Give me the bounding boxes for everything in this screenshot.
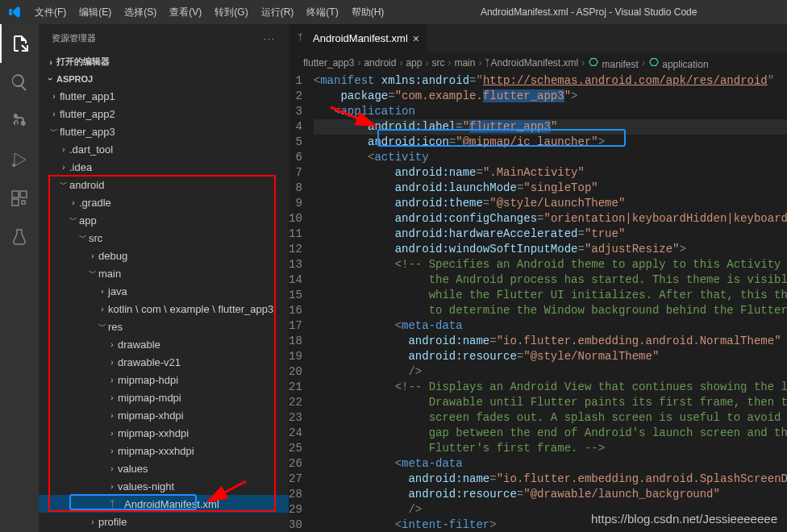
menu-item[interactable]: 文件(F): [28, 0, 73, 24]
breadcrumb-item[interactable]: manifest: [588, 56, 639, 70]
menu-item[interactable]: 转到(G): [208, 0, 254, 24]
menu-bar: 文件(F)编辑(E)选择(S)查看(V)转到(G)运行(R)终端(T)帮助(H): [28, 0, 390, 24]
breadcrumb-item[interactable]: main: [454, 57, 475, 69]
folder-item[interactable]: ›profile: [39, 513, 289, 530]
breadcrumb-item[interactable]: flutter_app3: [303, 57, 354, 69]
chevron-right-icon: ›: [87, 517, 98, 526]
testing-icon[interactable]: [0, 218, 39, 256]
breadcrumbs[interactable]: flutter_app3›android›app›src›main›ᛉ Andr…: [289, 52, 787, 73]
chevron-right-icon: ›: [448, 57, 451, 69]
menu-item[interactable]: 编辑(E): [73, 0, 118, 24]
folder-item[interactable]: ›kotlin \ com \ example \ flutter_app3: [39, 300, 289, 318]
breadcrumb-item[interactable]: android: [364, 57, 396, 69]
folder-item[interactable]: ﹀flutter_app3: [39, 123, 289, 140]
folder-item[interactable]: ›.gradle: [39, 193, 289, 211]
folder-item[interactable]: ﹀res: [39, 318, 289, 335]
menu-item[interactable]: 选择(S): [118, 0, 163, 24]
file-item[interactable]: ᛉAndroidManifest.xml: [39, 495, 289, 513]
code-content[interactable]: <manifest xmlns:android="http://schemas.…: [314, 73, 787, 532]
window-title: AndroidManifest.xml - ASProj - Visual St…: [390, 6, 787, 18]
chevron-right-icon: ›: [45, 57, 56, 67]
folder-item[interactable]: ›java: [39, 282, 289, 300]
folder-item[interactable]: ›mipmap-hdpi: [39, 371, 289, 389]
spacer-icon: [97, 500, 108, 509]
more-icon[interactable]: ···: [264, 34, 276, 44]
folder-item[interactable]: ›.idea: [39, 158, 289, 176]
chevron-right-icon: ›: [478, 57, 481, 69]
folder-item[interactable]: ›flutter_app1: [39, 87, 289, 105]
activity-bar: [0, 24, 39, 532]
tree-label: AndroidManifest.xml: [124, 498, 219, 510]
folder-item[interactable]: ›mipmap-xxhdpi: [39, 424, 289, 442]
open-editors-section[interactable]: › 打开的编辑器: [39, 52, 289, 71]
folder-item[interactable]: ›values: [39, 459, 289, 477]
folder-item[interactable]: ﹀app: [39, 211, 289, 229]
title-bar: 文件(F)编辑(E)选择(S)查看(V)转到(G)运行(R)终端(T)帮助(H)…: [0, 0, 787, 24]
tree-label: values: [118, 463, 148, 475]
sidebar-title: 资源管理器: [52, 32, 96, 44]
chevron-right-icon: ›: [97, 305, 108, 314]
menu-item[interactable]: 运行(R): [255, 0, 301, 24]
chevron-down-icon: ﹀: [87, 268, 98, 279]
chevron-down-icon: ›: [46, 73, 56, 85]
chevron-right-icon: ›: [87, 251, 98, 260]
close-icon[interactable]: ×: [413, 32, 419, 45]
search-icon[interactable]: [0, 63, 39, 102]
tab-androidmanifest[interactable]: ᛉ AndroidManifest.xml ×: [289, 24, 428, 52]
vscode-logo-icon: [0, 5, 28, 19]
extensions-icon[interactable]: [0, 179, 39, 218]
project-section[interactable]: › ASPROJ: [39, 71, 289, 87]
chevron-right-icon: ›: [106, 411, 118, 420]
symbol-icon: [648, 56, 660, 68]
chevron-right-icon: ›: [581, 57, 585, 69]
tree-label: .idea: [69, 161, 92, 173]
breadcrumb-item[interactable]: app: [406, 57, 422, 69]
chevron-right-icon: ›: [425, 57, 428, 69]
tree-label: values-night: [118, 480, 174, 493]
chevron-down-icon: ﹀: [77, 232, 89, 243]
tree-label: app: [79, 214, 97, 227]
chevron-right-icon: ›: [68, 198, 79, 207]
tree-label: drawable: [118, 339, 160, 351]
tree-label: main: [98, 268, 121, 280]
svg-text:ᛉ: ᛉ: [298, 32, 303, 42]
folder-item[interactable]: ›drawable: [39, 335, 289, 353]
explorer-icon[interactable]: [0, 24, 39, 63]
folder-item[interactable]: ﹀main: [39, 264, 289, 282]
line-number-gutter: 1234567891011121314151617181920212223242…: [289, 73, 314, 532]
folder-item[interactable]: ›drawable-v21: [39, 353, 289, 371]
breadcrumb-item[interactable]: ᛉ AndroidManifest.xml: [485, 57, 578, 69]
menu-item[interactable]: 终端(T): [300, 0, 344, 24]
tree-label: mipmap-xxhdpi: [118, 427, 189, 439]
svg-point-0: [12, 164, 15, 167]
breadcrumb-item[interactable]: src: [431, 57, 444, 69]
source-control-icon[interactable]: [0, 102, 39, 140]
chevron-right-icon: ›: [106, 376, 118, 384]
folder-item[interactable]: ›mipmap-xxxhdpi: [39, 442, 289, 459]
chevron-right-icon: ›: [48, 110, 60, 118]
folder-item[interactable]: ›.dart_tool: [39, 140, 289, 158]
folder-item[interactable]: ›mipmap-mdpi: [39, 389, 289, 406]
folder-item[interactable]: ›mipmap-xhdpi: [39, 406, 289, 424]
tree-label: flutter_app1: [60, 90, 115, 102]
tree-label: mipmap-hdpi: [118, 374, 178, 386]
folder-item[interactable]: ﹀src: [39, 229, 289, 247]
folder-item[interactable]: ›flutter_app2: [39, 105, 289, 123]
folder-item[interactable]: ›debug: [39, 247, 289, 264]
folder-item[interactable]: ›values-night: [39, 477, 289, 495]
menu-item[interactable]: 查看(V): [163, 0, 208, 24]
code-editor[interactable]: 1234567891011121314151617181920212223242…: [289, 73, 787, 532]
menu-item[interactable]: 帮助(H): [345, 0, 391, 24]
chevron-right-icon: ›: [642, 57, 645, 69]
folder-item[interactable]: ﹀android: [39, 176, 289, 193]
chevron-right-icon: ›: [106, 393, 118, 402]
svg-text:ᛉ: ᛉ: [110, 499, 115, 509]
chevron-right-icon: ›: [106, 340, 118, 349]
run-debug-icon[interactable]: [0, 140, 39, 179]
breadcrumb-item[interactable]: application: [648, 56, 709, 70]
chevron-right-icon: ›: [106, 429, 118, 438]
editor-area: ᛉ AndroidManifest.xml × flutter_app3›and…: [289, 24, 787, 532]
file-tree: ›flutter_app1›flutter_app2﹀flutter_app3›…: [39, 87, 289, 530]
tree-label: .gradle: [79, 197, 111, 209]
chevron-right-icon: ›: [106, 482, 118, 491]
